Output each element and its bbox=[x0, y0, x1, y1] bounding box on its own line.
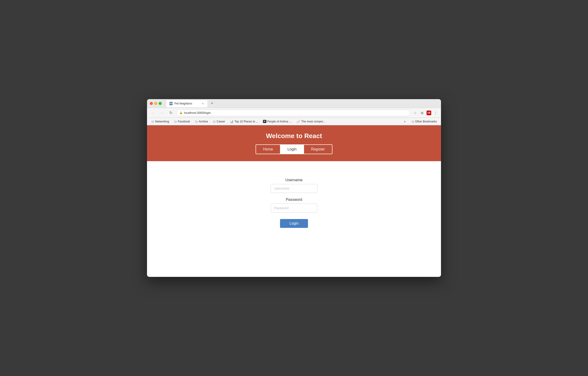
login-nav-button[interactable]: Login bbox=[281, 144, 304, 154]
tab-bar: PN Pet Neighbors × + bbox=[166, 100, 438, 107]
form-divider bbox=[294, 170, 294, 171]
folder-icon: 🗂 bbox=[151, 120, 154, 123]
title-bar: PN Pet Neighbors × + bbox=[147, 99, 441, 108]
bookmark-career[interactable]: 🗂 Career bbox=[211, 119, 227, 124]
bookmark-other-label: Other Bookmarks bbox=[415, 120, 437, 123]
password-input[interactable] bbox=[271, 204, 317, 212]
password-label: Password bbox=[286, 198, 302, 202]
login-submit-button[interactable]: Login bbox=[280, 219, 308, 228]
bookmark-career-label: Career bbox=[217, 120, 225, 123]
reload-button[interactable]: ↻ bbox=[168, 110, 174, 116]
register-nav-button[interactable]: Register bbox=[304, 144, 332, 154]
bookmark-other[interactable]: 🗂 Other Bookmarks bbox=[409, 119, 439, 124]
password-form-group: Password bbox=[152, 198, 436, 212]
back-button[interactable]: ← bbox=[150, 110, 156, 116]
browser-window: PN Pet Neighbors × + ← → ↻ 🔒 localhost:3… bbox=[147, 99, 441, 277]
close-window-button[interactable] bbox=[150, 102, 153, 105]
bookmark-facebook-label: Facebook bbox=[178, 120, 190, 123]
more-options-icon[interactable]: ⋮ bbox=[433, 110, 438, 115]
bookmark-archive[interactable]: 🗂 Archive bbox=[193, 119, 210, 124]
new-tab-button[interactable]: + bbox=[209, 100, 215, 107]
app-title: Welcome to React bbox=[266, 132, 322, 140]
bookmark-facebook[interactable]: 🗂 Facebook bbox=[172, 119, 192, 124]
app-nav-buttons: Home Login Register bbox=[256, 144, 332, 154]
tab-favicon: PN bbox=[169, 102, 173, 105]
address-text: localhost:3000/login bbox=[184, 111, 407, 114]
app-header: Welcome to React Home Login Register bbox=[147, 125, 441, 161]
bookmark-most-compre-label: The most compre... bbox=[301, 120, 325, 123]
chart-icon: 📊 bbox=[230, 120, 233, 123]
bookmark-networking-label: Networking bbox=[155, 120, 169, 123]
address-bar: ← → ↻ 🔒 localhost:3000/login ☆ ⊞ uB ⋮ bbox=[147, 108, 441, 118]
username-input[interactable] bbox=[271, 184, 317, 193]
traffic-lights bbox=[150, 102, 162, 105]
bookmarks-bar: 🗂 Networking 🗂 Facebook 🗂 Archive 🗂 Care… bbox=[147, 118, 441, 125]
home-nav-button[interactable]: Home bbox=[256, 144, 281, 154]
ublock-icon[interactable]: uB bbox=[427, 111, 431, 115]
bookmark-people-aclima[interactable]: M People of Aclima: ... bbox=[261, 119, 294, 124]
minimize-window-button[interactable] bbox=[154, 102, 157, 105]
bookmark-people-aclima-label: People of Aclima: ... bbox=[267, 120, 292, 123]
tab-close-button[interactable]: × bbox=[201, 102, 204, 105]
bookmarks-more-button[interactable]: » bbox=[402, 119, 408, 124]
username-label: Username bbox=[285, 178, 303, 182]
login-section: Username Password Login bbox=[147, 161, 441, 237]
folder-icon: 🗂 bbox=[411, 120, 414, 123]
address-input-wrap[interactable]: 🔒 localhost:3000/login bbox=[176, 110, 410, 116]
bookmark-archive-label: Archive bbox=[199, 120, 208, 123]
bookmark-networking[interactable]: 🗂 Networking bbox=[149, 119, 171, 124]
username-form-group: Username bbox=[152, 178, 436, 193]
folder-icon: 🗂 bbox=[195, 120, 198, 123]
forward-button[interactable]: → bbox=[159, 110, 165, 116]
star-icon[interactable]: ☆ bbox=[413, 110, 418, 115]
active-tab[interactable]: PN Pet Neighbors × bbox=[166, 100, 208, 107]
address-bar-actions: ☆ ⊞ uB ⋮ bbox=[413, 110, 438, 115]
medium-icon: M bbox=[263, 120, 266, 123]
page-content: Welcome to React Home Login Register Use… bbox=[147, 125, 441, 277]
folder-icon: 🗂 bbox=[174, 120, 177, 123]
tab-title: Pet Neighbors bbox=[175, 102, 200, 105]
chart-line-icon: 📈 bbox=[296, 120, 300, 123]
bookmark-most-compre[interactable]: 📈 The most compre... bbox=[295, 119, 327, 124]
extensions-icon[interactable]: ⊞ bbox=[420, 110, 425, 115]
folder-icon: 🗂 bbox=[213, 120, 216, 123]
bookmark-top10[interactable]: 📊 Top 10 Places to ... bbox=[228, 119, 260, 124]
maximize-window-button[interactable] bbox=[159, 102, 162, 105]
lock-icon: 🔒 bbox=[179, 111, 183, 114]
bookmark-top10-label: Top 10 Places to ... bbox=[234, 120, 258, 123]
